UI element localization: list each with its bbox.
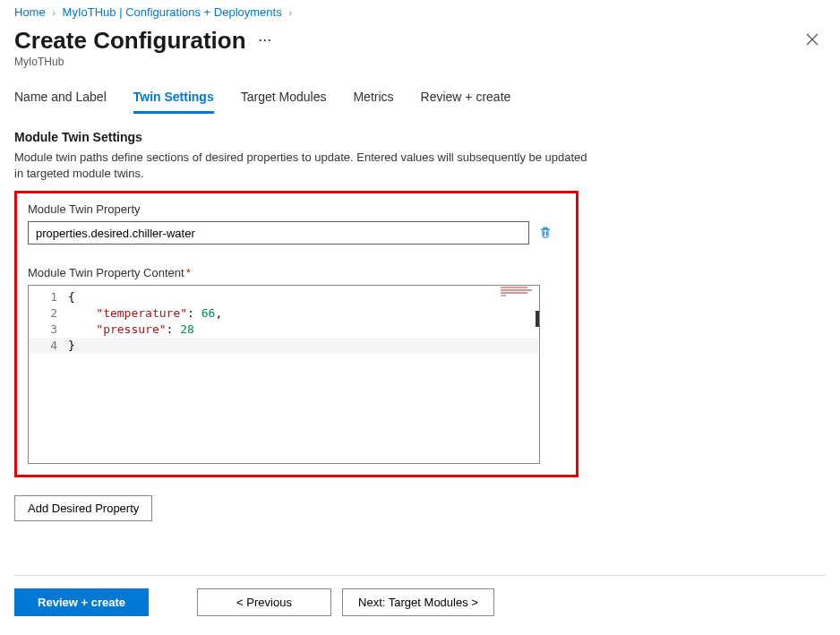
minimap [501, 287, 538, 313]
code-gutter: 1 2 3 4 [29, 286, 66, 463]
chevron-right-icon: › [52, 7, 56, 18]
section-title: Module Twin Settings [14, 130, 826, 144]
chevron-right-icon: › [288, 7, 292, 18]
breadcrumb-hub[interactable]: MyIoTHub | Configurations + Deployments [63, 5, 282, 19]
delete-icon[interactable] [536, 223, 554, 244]
page-subtitle: MyIoTHub [14, 56, 826, 68]
page-title: Create Configuration [14, 27, 246, 55]
module-twin-property-input[interactable] [28, 221, 529, 245]
tab-twin-settings[interactable]: Twin Settings [133, 84, 214, 114]
breadcrumb: Home › MyIoTHub | Configurations + Deplo… [14, 5, 826, 19]
scroll-indicator[interactable] [536, 311, 539, 327]
tab-target-modules[interactable]: Target Modules [241, 84, 327, 114]
breadcrumb-home[interactable]: Home [14, 5, 46, 19]
add-desired-property-button[interactable]: Add Desired Property [14, 495, 152, 521]
tab-metrics[interactable]: Metrics [353, 84, 393, 114]
previous-button[interactable]: < Previous [197, 588, 331, 616]
next-button[interactable]: Next: Target Modules > [342, 588, 494, 616]
section-description: Module twin paths define sections of des… [14, 150, 587, 182]
module-twin-content-editor[interactable]: 1 2 3 4 { "temperature": 66, "pressure":… [28, 285, 540, 464]
code-body[interactable]: { "temperature": 66, "pressure": 28 } [68, 286, 539, 463]
tab-review-create[interactable]: Review + create [421, 84, 511, 114]
tab-name-and-label[interactable]: Name and Label [14, 84, 107, 114]
footer-bar: Review + create < Previous Next: Target … [14, 575, 826, 616]
twin-settings-highlight: Module Twin Property Module Twin Propert… [14, 191, 579, 477]
review-create-button[interactable]: Review + create [14, 588, 149, 616]
more-actions-icon[interactable]: ··· [258, 30, 271, 48]
tabs: Name and Label Twin Settings Target Modu… [14, 84, 826, 114]
property-label: Module Twin Property [28, 202, 565, 216]
content-label: Module Twin Property Content* [28, 266, 565, 279]
close-icon[interactable] [799, 26, 826, 56]
